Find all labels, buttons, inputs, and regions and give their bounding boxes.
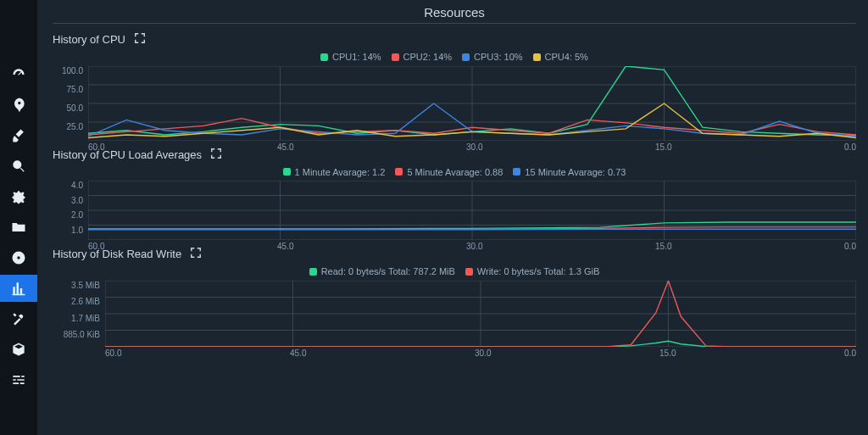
legend-label: Read: 0 bytes/s Total: 787.2 MiB: [321, 266, 455, 276]
legend-label: 15 Minute Avarage: 0.73: [525, 167, 626, 177]
y-axis: 100.075.050.025.0: [53, 66, 88, 141]
axis-tick: 15.0: [655, 142, 671, 152]
sidebar: [0, 0, 37, 435]
axis-tick: 0.0: [844, 142, 856, 152]
legend-label: Write: 0 bytes/s Total: 1.3 GiB: [477, 266, 600, 276]
legend-item: CPU1: 14%: [320, 52, 381, 62]
y-axis: 4.03.02.01.0: [53, 181, 88, 240]
legend-item: Write: 0 bytes/s Total: 1.3 GiB: [465, 266, 600, 276]
axis-tick: 4.0: [71, 181, 83, 190]
axis-tick: 1.0: [71, 226, 83, 235]
axis-tick: 885.0 KiB: [64, 330, 100, 339]
panel-title-cpu: History of CPU: [53, 33, 125, 46]
legend-swatch: [309, 268, 317, 276]
legend-item: CPU2: 14%: [392, 52, 452, 62]
axis-tick: 30.0: [466, 142, 482, 152]
panel-cpu: History of CPU CPU1: 14%CPU2: 14%CPU3: 1…: [53, 32, 856, 141]
legend-swatch: [283, 168, 291, 176]
axis-tick: 100.0: [62, 66, 83, 75]
x-axis: 60.045.030.015.00.0: [105, 347, 856, 358]
page-title: Resources: [53, 5, 856, 24]
axis-tick: 2.0: [71, 210, 83, 220]
y-axis: 3.5 MiB2.6 MiB1.7 MiB885.0 KiB: [53, 281, 105, 347]
sidebar-item-startup[interactable]: [0, 92, 37, 119]
folder-icon: [10, 219, 27, 236]
axis-tick: 45.0: [290, 349, 306, 358]
axis-tick: 60.0: [88, 142, 104, 152]
legend-label: CPU3: 10%: [474, 52, 522, 62]
legend-label: 1 Minute Avarage: 1.2: [295, 167, 386, 177]
legend-disk: Read: 0 bytes/s Total: 787.2 MiBWrite: 0…: [53, 266, 856, 277]
panel-disk: History of Disk Read Write Read: 0 bytes…: [53, 247, 856, 347]
main-content: Resources History of CPU CPU1: 14%CPU2: …: [37, 0, 868, 435]
axis-tick: 30.0: [475, 349, 491, 358]
axis-tick: 2.6 MiB: [71, 297, 100, 306]
axis-tick: 30.0: [466, 242, 482, 251]
legend-swatch: [513, 168, 520, 176]
legend-item: 5 Minute Avarage: 0.88: [395, 167, 503, 177]
broom-icon: [10, 127, 27, 144]
gauge-icon: [10, 66, 27, 83]
legend-swatch: [395, 168, 403, 176]
x-axis: 60.045.030.015.00.0: [88, 141, 856, 152]
axis-tick: 1.7 MiB: [71, 314, 100, 323]
axis-tick: 45.0: [277, 142, 293, 152]
legend-swatch: [465, 268, 473, 276]
legend-item: CPU4: 5%: [533, 52, 588, 62]
legend-item: 1 Minute Avarage: 1.2: [283, 167, 386, 177]
series-15 Minute: [88, 229, 856, 230]
axis-tick: 25.0: [67, 122, 83, 131]
search-icon: [10, 158, 27, 175]
rocket-icon: [10, 97, 27, 114]
sidebar-item-search[interactable]: [0, 153, 37, 180]
legend-swatch: [392, 53, 399, 61]
legend-label: 5 Minute Avarage: 0.88: [407, 167, 503, 177]
legend-load: 1 Minute Avarage: 1.25 Minute Avarage: 0…: [53, 167, 856, 178]
sidebar-item-resources[interactable]: [0, 275, 37, 302]
sidebar-item-cleaner[interactable]: [0, 122, 37, 149]
axis-tick: 45.0: [277, 242, 293, 251]
sidebar-item-disk[interactable]: [0, 244, 37, 271]
axis-tick: 3.5 MiB: [71, 281, 100, 290]
legend-swatch: [533, 53, 541, 61]
axis-tick: 60.0: [105, 349, 121, 358]
sidebar-item-files[interactable]: [0, 336, 37, 363]
legend-item: 15 Minute Avarage: 0.73: [513, 167, 626, 177]
legend-label: CPU2: 14%: [403, 52, 452, 62]
sidebar-item-services[interactable]: [0, 183, 37, 210]
axis-tick: 0.0: [844, 242, 856, 251]
axis-tick: 15.0: [655, 242, 671, 251]
legend-item: CPU3: 10%: [462, 52, 522, 62]
chart-disk: [105, 281, 856, 347]
axis-tick: 50.0: [67, 103, 83, 113]
x-axis: 60.045.030.015.00.0: [88, 240, 856, 251]
chart-load: [88, 181, 856, 240]
sidebar-item-dashboard[interactable]: [0, 61, 37, 88]
legend-cpu: CPU1: 14%CPU2: 14%CPU3: 10%CPU4: 5%: [53, 52, 856, 63]
tools-icon: [10, 310, 27, 327]
axis-tick: 75.0: [67, 85, 83, 94]
legend-label: CPU4: 5%: [545, 52, 588, 62]
axis-tick: 0.0: [844, 349, 856, 358]
box-icon: [10, 341, 27, 358]
panel-load: History of CPU Load Averages 1 Minute Av…: [53, 148, 856, 241]
sidebar-item-settings[interactable]: [0, 366, 37, 393]
legend-item: Read: 0 bytes/s Total: 787.2 MiB: [309, 266, 455, 276]
gear-icon: [10, 188, 27, 205]
sidebar-item-packages[interactable]: [0, 214, 37, 241]
axis-tick: 60.0: [88, 242, 104, 251]
sliders-icon: [10, 371, 27, 388]
disk-icon: [10, 249, 27, 266]
legend-label: CPU1: 14%: [332, 52, 381, 62]
chart-icon: [10, 280, 27, 297]
axis-tick: 15.0: [659, 349, 676, 358]
legend-swatch: [462, 53, 470, 61]
expand-icon[interactable]: [134, 32, 146, 47]
sidebar-item-tools[interactable]: [0, 305, 37, 332]
legend-swatch: [320, 53, 328, 61]
axis-tick: 3.0: [71, 196, 83, 205]
chart-cpu: [88, 66, 856, 141]
